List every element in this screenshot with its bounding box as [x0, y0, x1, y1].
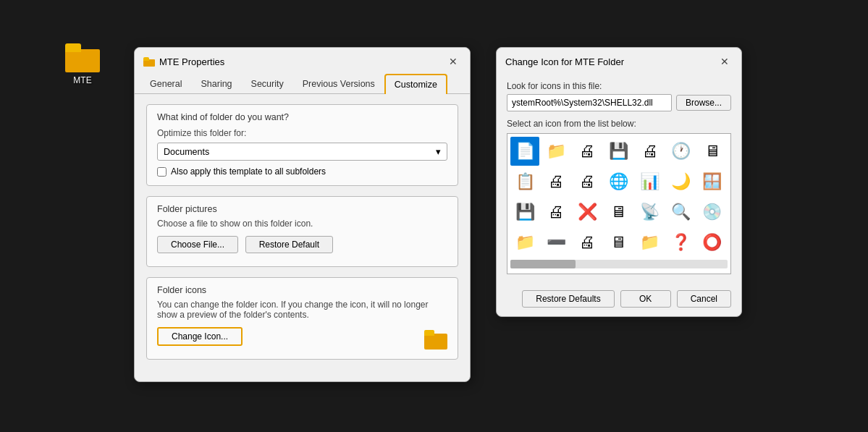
icon-cell-8[interactable]: 🖨 — [542, 167, 570, 196]
subfolders-label: Also apply this template to all subfolde… — [171, 166, 326, 177]
icon-cell-0[interactable]: 📄 — [510, 137, 539, 166]
properties-close-button[interactable]: ✕ — [445, 54, 461, 69]
scrollbar-thumb — [510, 260, 576, 268]
icon-cell-22[interactable]: ➖ — [542, 228, 570, 257]
changeicon-content: Look for icons in this file: Browse... S… — [497, 74, 741, 284]
icon-cell-25[interactable]: 📁 — [636, 228, 665, 257]
icon-cell-15[interactable]: 🖨 — [542, 198, 570, 226]
icon-cell-5[interactable]: 🕐 — [667, 137, 696, 166]
checkbox-row: Also apply this template to all subfolde… — [157, 166, 447, 177]
icon-cell-12[interactable]: 🌙 — [667, 167, 696, 196]
icon-grid-label: Select an icon from the list below: — [507, 119, 731, 129]
icons-bottom-row: Change Icon... — [157, 327, 447, 350]
pictures-desc: Choose a file to show on this folder ico… — [157, 219, 447, 229]
icon-cell-27[interactable]: ⭕ — [698, 228, 727, 257]
browse-button[interactable]: Browse... — [676, 95, 731, 111]
desktop-folder-mte[interactable]: MTE — [65, 43, 100, 85]
icon-cell-1[interactable]: 📁 — [542, 137, 570, 166]
dropdown-value: Documents — [164, 147, 209, 157]
file-label: Look for icons in this file: — [507, 81, 731, 91]
optimize-section: What kind of folder do you want? Optimiz… — [146, 104, 458, 186]
icon-grid-container: 📄 📁 🖨 💾 🖨 🕐 🖥 📋 🖨 🖨 🌐 📊 🌙 🪟 💾 🖨 ❌ — [507, 133, 731, 274]
properties-tabs: General Sharing Security Previous Versio… — [135, 74, 470, 94]
icon-cell-23[interactable]: 🖨 — [573, 228, 602, 257]
changeicon-footer: Restore Defaults OK Cancel — [497, 284, 741, 316]
icons-title: Folder icons — [157, 285, 447, 295]
pictures-title: Folder pictures — [157, 204, 447, 214]
tab-previous-versions[interactable]: Previous Versions — [293, 74, 384, 94]
title-folder-icon — [143, 57, 155, 67]
folder-icon-large — [65, 43, 100, 72]
desktop-folder-label: MTE — [73, 75, 91, 85]
icon-cell-24[interactable]: 🖥 — [604, 228, 633, 257]
tab-general[interactable]: General — [140, 74, 191, 94]
changeicon-dialog: Change Icon for MTE Folder ✕ Look for ic… — [496, 47, 742, 317]
subfolders-checkbox[interactable] — [157, 167, 167, 177]
properties-dialog: MTE Properties ✕ General Sharing Securit… — [134, 47, 471, 382]
icon-cell-21[interactable]: 📁 — [510, 228, 539, 257]
properties-title: MTE Properties — [159, 56, 224, 67]
tab-customize[interactable]: Customize — [384, 74, 447, 94]
icon-cell-6[interactable]: 🖥 — [698, 137, 727, 166]
icon-cell-2[interactable]: 🖨 — [573, 137, 602, 166]
folder-icons-section: Folder icons You can change the folder i… — [146, 277, 458, 360]
icon-cell-20[interactable]: 💿 — [698, 198, 727, 226]
folder-type-dropdown[interactable]: Documents ▾ — [157, 143, 447, 161]
icon-grid: 📄 📁 🖨 💾 🖨 🕐 🖥 📋 🖨 🖨 🌐 📊 🌙 🪟 💾 🖨 ❌ — [510, 137, 728, 257]
optimize-title: What kind of folder do you want? — [157, 112, 447, 122]
icon-cell-9[interactable]: 🖨 — [573, 167, 602, 196]
icon-cell-3[interactable]: 💾 — [604, 137, 633, 166]
file-path-input[interactable] — [507, 94, 672, 111]
changeicon-close-button[interactable]: ✕ — [717, 54, 733, 69]
changeicon-title: Change Icon for MTE Folder — [505, 56, 624, 67]
dropdown-arrow-icon: ▾ — [436, 146, 441, 157]
restore-defaults-button[interactable]: Restore Defaults — [522, 290, 614, 308]
tab-security[interactable]: Security — [242, 74, 293, 94]
icon-cell-4[interactable]: 🖨 — [636, 137, 665, 166]
properties-title-area: MTE Properties — [143, 56, 224, 67]
icon-cell-14[interactable]: 💾 — [510, 198, 539, 226]
icon-cell-18[interactable]: 📡 — [636, 198, 665, 226]
optimize-sub-label: Optimize this folder for: — [157, 128, 447, 138]
icon-cell-26[interactable]: ❓ — [667, 228, 696, 257]
change-icon-button[interactable]: Change Icon... — [157, 327, 243, 346]
cancel-button[interactable]: Cancel — [677, 290, 731, 308]
restore-default-button[interactable]: Restore Default — [245, 236, 333, 253]
choose-file-button[interactable]: Choose File... — [157, 236, 238, 253]
file-input-row: Browse... — [507, 94, 731, 111]
dropdown-row: Documents ▾ — [157, 143, 447, 161]
icon-cell-7[interactable]: 📋 — [510, 167, 539, 196]
folder-pictures-section: Folder pictures Choose a file to show on… — [146, 196, 458, 267]
icon-scrollbar[interactable] — [510, 260, 728, 268]
properties-content: What kind of folder do you want? Optimiz… — [135, 94, 470, 381]
icon-cell-13[interactable]: 🪟 — [698, 167, 727, 196]
icon-cell-19[interactable]: 🔍 — [667, 198, 696, 226]
icon-cell-16[interactable]: ❌ — [573, 198, 602, 226]
icons-desc: You can change the folder icon. If you c… — [157, 300, 447, 320]
changeicon-titlebar: Change Icon for MTE Folder ✕ — [497, 48, 741, 74]
folder-preview-icon — [424, 330, 447, 350]
icon-cell-11[interactable]: 📊 — [636, 167, 665, 196]
properties-titlebar: MTE Properties ✕ — [135, 48, 470, 74]
ok-button[interactable]: OK — [620, 290, 671, 308]
icon-cell-10[interactable]: 🌐 — [604, 167, 633, 196]
tab-sharing[interactable]: Sharing — [191, 74, 241, 94]
icon-cell-17[interactable]: 🖥 — [604, 198, 633, 226]
